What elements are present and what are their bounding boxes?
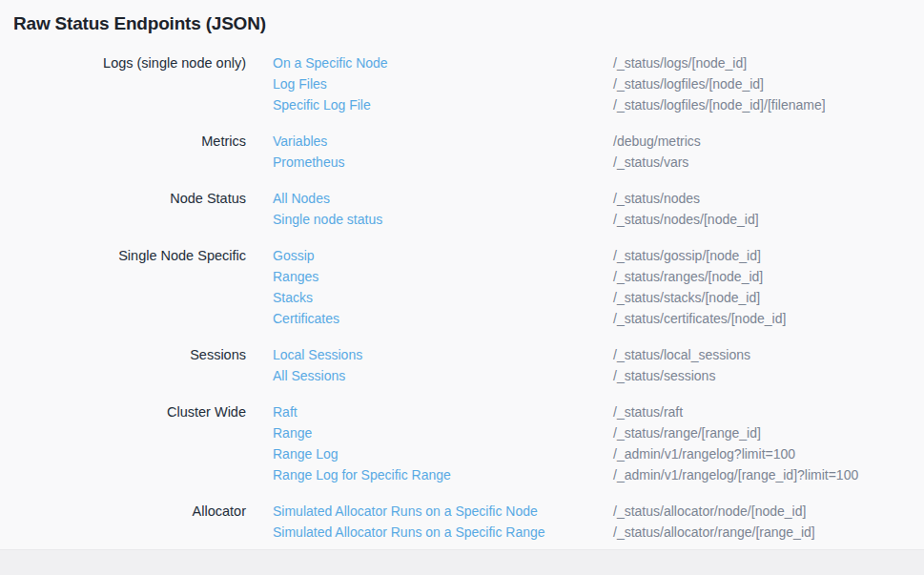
endpoint-category-label: Logs (single node only) xyxy=(13,52,246,73)
endpoint-link[interactable]: Certificates xyxy=(273,308,339,329)
endpoint-link[interactable]: Range xyxy=(273,422,312,443)
endpoint-link[interactable]: Single node status xyxy=(273,209,382,230)
endpoint-links-column: Simulated Allocator Runs on a Specific N… xyxy=(273,501,613,543)
endpoint-group: Cluster WideRaftRangeRange LogRange Log … xyxy=(13,401,924,485)
debug-endpoints-page: Raw Status Endpoints (JSON) Logs (single… xyxy=(0,0,924,575)
endpoint-links-column: On a Specific NodeLog FilesSpecific Log … xyxy=(273,52,613,115)
endpoint-link[interactable]: Raft xyxy=(273,401,298,422)
endpoint-link[interactable]: Ranges xyxy=(273,266,318,287)
endpoint-link[interactable]: Simulated Allocator Runs on a Specific R… xyxy=(273,522,545,543)
endpoint-link[interactable]: All Nodes xyxy=(273,188,330,209)
endpoint-link[interactable]: Log Files xyxy=(273,73,327,94)
endpoint-path: /_status/range/[range_id] xyxy=(613,422,924,443)
endpoint-path: /_status/certificates/[node_id] xyxy=(613,308,924,329)
endpoint-paths-column: /_status/allocator/node/[node_id]/_statu… xyxy=(613,501,924,543)
page-title: Raw Status Endpoints (JSON) xyxy=(13,11,924,36)
endpoint-links-column: VariablesPrometheus xyxy=(273,131,613,173)
footer-strip xyxy=(0,549,924,575)
endpoint-path: /_status/stacks/[node_id] xyxy=(613,287,924,308)
endpoint-path: /_admin/v1/rangelog/[range_id]?limit=100 xyxy=(613,464,924,485)
endpoints-list: Logs (single node only)On a Specific Nod… xyxy=(13,52,924,543)
endpoint-path: /_status/sessions xyxy=(613,365,924,386)
endpoint-category-label: Sessions xyxy=(13,344,246,365)
endpoint-link[interactable]: Prometheus xyxy=(273,152,344,173)
endpoint-path: /debug/metrics xyxy=(613,131,924,152)
endpoint-category-label: Cluster Wide xyxy=(13,401,246,422)
endpoint-paths-column: /_status/logs/[node_id]/_status/logfiles… xyxy=(613,52,924,115)
endpoint-path: /_status/logfiles/[node_id] xyxy=(613,73,924,94)
endpoint-paths-column: /_status/nodes/_status/nodes/[node_id] xyxy=(613,188,924,230)
endpoint-group: SessionsLocal SessionsAll Sessions/_stat… xyxy=(13,344,924,386)
endpoint-links-column: Local SessionsAll Sessions xyxy=(273,344,613,386)
endpoint-category-label: Metrics xyxy=(13,131,246,152)
endpoint-category-label: Allocator xyxy=(13,501,246,522)
endpoint-path: /_status/allocator/range/[range_id] xyxy=(613,522,924,543)
endpoint-link[interactable]: All Sessions xyxy=(273,365,345,386)
endpoint-path: /_status/ranges/[node_id] xyxy=(613,266,924,287)
endpoint-group: AllocatorSimulated Allocator Runs on a S… xyxy=(13,501,924,543)
endpoint-links-column: All NodesSingle node status xyxy=(273,188,613,230)
endpoint-group: Single Node SpecificGossipRangesStacksCe… xyxy=(13,245,924,329)
endpoint-path: /_status/logfiles/[node_id]/[filename] xyxy=(613,94,924,115)
endpoint-link[interactable]: On a Specific Node xyxy=(273,52,388,73)
endpoint-paths-column: /debug/metrics/_status/vars xyxy=(613,131,924,173)
endpoint-category-label: Single Node Specific xyxy=(13,245,246,266)
endpoint-link[interactable]: Range Log for Specific Range xyxy=(273,464,451,485)
endpoint-paths-column: /_status/local_sessions/_status/sessions xyxy=(613,344,924,386)
endpoint-path: /_status/raft xyxy=(613,401,924,422)
endpoint-path: /_status/local_sessions xyxy=(613,344,924,365)
endpoint-links-column: RaftRangeRange LogRange Log for Specific… xyxy=(273,401,613,485)
endpoint-link[interactable]: Local Sessions xyxy=(273,344,362,365)
endpoint-group: Logs (single node only)On a Specific Nod… xyxy=(13,52,924,115)
endpoint-category-label: Node Status xyxy=(13,188,246,209)
endpoint-paths-column: /_status/raft/_status/range/[range_id]/_… xyxy=(613,401,924,485)
endpoint-path: /_status/allocator/node/[node_id] xyxy=(613,501,924,522)
endpoint-link[interactable]: Variables xyxy=(273,131,327,152)
endpoint-path: /_admin/v1/rangelog?limit=100 xyxy=(613,443,924,464)
endpoint-group: MetricsVariablesPrometheus/debug/metrics… xyxy=(13,131,924,173)
endpoint-link[interactable]: Simulated Allocator Runs on a Specific N… xyxy=(273,501,538,522)
endpoint-path: /_status/nodes xyxy=(613,188,924,209)
endpoint-paths-column: /_status/gossip/[node_id]/_status/ranges… xyxy=(613,245,924,329)
endpoint-links-column: GossipRangesStacksCertificates xyxy=(273,245,613,329)
endpoint-path: /_status/logs/[node_id] xyxy=(613,52,924,73)
endpoint-link[interactable]: Gossip xyxy=(273,245,315,266)
endpoint-path: /_status/nodes/[node_id] xyxy=(613,209,924,230)
endpoint-path: /_status/vars xyxy=(613,152,924,173)
endpoint-path: /_status/gossip/[node_id] xyxy=(613,245,924,266)
endpoint-group: Node StatusAll NodesSingle node status/_… xyxy=(13,188,924,230)
endpoint-link[interactable]: Specific Log File xyxy=(273,94,371,115)
endpoint-link[interactable]: Stacks xyxy=(273,287,313,308)
endpoint-link[interactable]: Range Log xyxy=(273,443,339,464)
